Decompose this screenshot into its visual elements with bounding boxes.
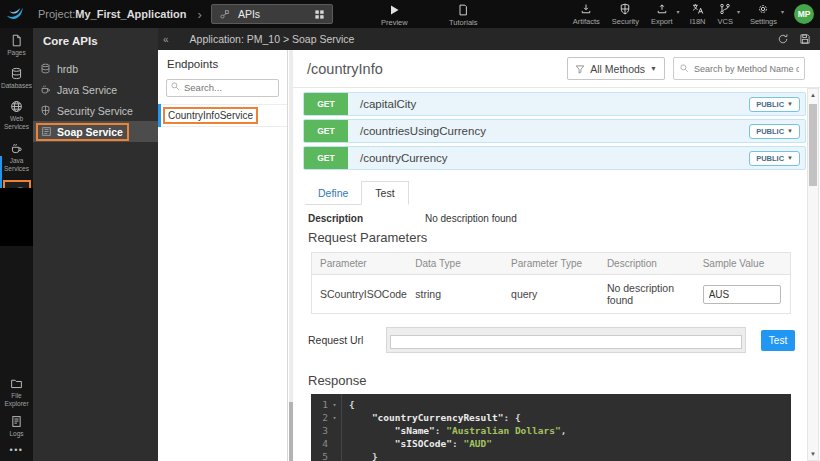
column-header: Sample Value (695, 253, 791, 275)
main-scrollbar[interactable]: ▲ ▼ (807, 88, 819, 461)
project-name[interactable]: Project:My_First_Application (38, 8, 187, 20)
test-button[interactable]: Test (761, 330, 795, 351)
core-api-item-hrdb[interactable]: hrdb (33, 58, 158, 79)
code-line: 4 "sISOCode": "AUD" (311, 437, 791, 450)
chevron-down-icon: ▼ (787, 101, 793, 107)
method-badge: GET (304, 93, 348, 115)
code-line: 1 ▾ { (311, 398, 791, 411)
endpoints-title: Endpoints (158, 50, 287, 77)
request-url-input[interactable] (390, 335, 742, 349)
request-url-field (386, 327, 746, 353)
access-dropdown[interactable]: PUBLIC ▼ (749, 151, 800, 166)
chevron-down-icon: ▾ (737, 8, 740, 15)
service-header: /countryInfo All Methods ▼ (293, 50, 820, 88)
sidebar-item-web-services[interactable]: Web Services (0, 94, 33, 135)
save-icon[interactable] (799, 33, 811, 45)
soap-service-icon (41, 126, 52, 137)
core-api-item-security-service[interactable]: Security Service (33, 100, 158, 121)
access-dropdown[interactable]: PUBLIC ▼ (749, 97, 800, 112)
core-apis-panel: Core APIs hrdb Java Service Security Ser… (33, 28, 158, 461)
user-avatar[interactable]: MP (794, 4, 814, 24)
code-line: 2 ▾ "countryCurrencyResult": { (311, 411, 791, 424)
description-label: Description (308, 213, 425, 224)
column-header: Parameter (312, 253, 408, 275)
settings-button[interactable]: Settings ▾ (750, 3, 777, 26)
method-badge: GET (304, 120, 348, 142)
i18n-button[interactable]: I18N (690, 3, 706, 26)
detail-tabs: Define Test (305, 181, 820, 205)
breadcrumb: Application: PM_10 > Soap Service (190, 33, 355, 45)
security-button[interactable]: Security (612, 3, 639, 26)
open-tab-apis[interactable]: APIs (211, 4, 333, 24)
refresh-icon[interactable] (777, 33, 789, 45)
preview-button[interactable]: Preview (381, 4, 408, 27)
endpoint-row-countriesusingcurrency[interactable]: GET /countriesUsingCurrency PUBLIC ▼ (303, 119, 806, 143)
gutter-divider (341, 394, 342, 461)
core-api-item-java-service[interactable]: Java Service (33, 79, 158, 100)
endpoint-row-countrycurrency[interactable]: GET /countryCurrency PUBLIC ▼ (303, 146, 806, 170)
selected-indicator (158, 104, 161, 127)
core-apis-title: Core APIs (33, 28, 158, 54)
api-icon (219, 9, 230, 20)
sidebar-item-java-services[interactable]: Java Services (0, 136, 33, 177)
vcs-button[interactable]: VCS ▾ (717, 3, 732, 26)
filter-icon (575, 64, 585, 74)
tab-test[interactable]: Test (361, 181, 408, 205)
sidebar-item-logs[interactable]: Logs (9, 415, 23, 438)
gear-icon (757, 3, 769, 15)
chevron-down-icon: ▼ (650, 65, 657, 72)
upload-icon (656, 3, 668, 15)
column-header: Description (599, 253, 695, 275)
core-apis-list: hrdb Java Service Security Service Soap … (33, 58, 158, 142)
collapse-panel-icon[interactable]: « (158, 34, 172, 45)
topbar-menu: Artifacts Security Export ▾ I18N VCS ▾ (573, 0, 814, 28)
sidebar-item-file-explorer[interactable]: File Explorer (0, 377, 33, 408)
active-item-indicator (0, 156, 2, 190)
endpoint-rows: GET /capitalCity PUBLIC ▼ GET /countries… (293, 88, 820, 170)
chevron-down-icon: ▼ (787, 155, 793, 161)
request-url-row: Request Url Test (308, 327, 820, 353)
coffee-icon (40, 84, 51, 95)
method-search-input[interactable] (673, 57, 805, 80)
sample-value-input[interactable] (703, 285, 781, 304)
core-api-item-soap-service[interactable]: Soap Service (33, 121, 158, 142)
access-dropdown[interactable]: PUBLIC ▼ (749, 124, 800, 139)
method-badge: GET (304, 147, 348, 169)
wavemaker-logo-icon[interactable] (4, 3, 26, 25)
workspace-header: « Application: PM_10 > Soap Service (158, 28, 820, 50)
sidebar-item-pages[interactable]: Pages (0, 28, 33, 61)
database-icon (40, 63, 51, 74)
export-button[interactable]: Export ▾ (651, 3, 673, 26)
response-title: Response (308, 373, 820, 388)
scrollbar-thumb[interactable] (809, 104, 817, 186)
code-line: 5 } (311, 450, 791, 461)
page-icon (10, 34, 23, 47)
endpoint-service-item[interactable]: CountryInfoService (158, 104, 287, 127)
grid-icon[interactable] (314, 9, 325, 20)
chevron-down-icon: ▾ (677, 8, 680, 15)
folder-icon (10, 377, 23, 390)
request-url-label: Request Url (308, 334, 386, 346)
branch-icon (719, 3, 731, 15)
tab-define[interactable]: Define (305, 182, 361, 205)
fold-icon[interactable]: ▾ (328, 411, 341, 424)
sidebar-item-databases[interactable]: Databases (0, 61, 33, 94)
endpoint-row-capitalcity[interactable]: GET /capitalCity PUBLIC ▼ (303, 92, 806, 116)
endpoints-search (166, 77, 279, 97)
more-options-icon[interactable]: ••• (10, 445, 24, 455)
shield-icon (40, 105, 51, 116)
service-detail-panel: /countryInfo All Methods ▼ GET /capitalC… (293, 50, 820, 461)
scroll-down-icon[interactable]: ▼ (808, 448, 818, 460)
coffee-icon (10, 142, 23, 155)
shield-icon (619, 3, 631, 15)
endpoints-search-input[interactable] (166, 79, 279, 97)
tutorials-button[interactable]: Tutorials (449, 4, 477, 27)
table-row: SCountryISOCode string query No descript… (312, 275, 791, 314)
sidebar-bottom: File Explorer Logs ••• (0, 377, 33, 455)
globe-icon (10, 100, 23, 113)
scroll-up-icon[interactable]: ▲ (808, 89, 818, 101)
artifacts-button[interactable]: Artifacts (573, 3, 600, 26)
methods-filter-dropdown[interactable]: All Methods ▼ (567, 57, 665, 80)
fold-icon[interactable]: ▾ (328, 398, 341, 411)
service-path: /countryInfo (307, 61, 383, 77)
